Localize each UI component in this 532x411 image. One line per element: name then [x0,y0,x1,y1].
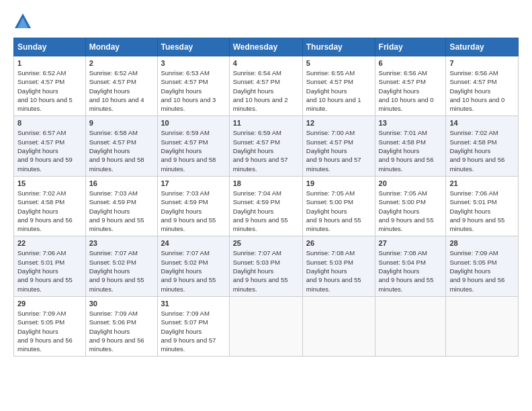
calendar-cell: 26 Sunrise: 7:08 AMSunset: 5:03 PMDaylig… [302,236,375,296]
day-number: 24 [161,239,226,247]
calendar-cell: 23 Sunrise: 7:07 AMSunset: 5:02 PMDaylig… [85,236,157,296]
calendar-cell: 15 Sunrise: 7:02 AMSunset: 4:58 PMDaylig… [14,176,86,236]
cell-content: Sunrise: 7:04 AMSunset: 4:59 PMDaylight … [233,189,288,232]
calendar-cell: 25 Sunrise: 7:07 AMSunset: 5:03 PMDaylig… [229,236,302,296]
day-number: 29 [17,300,82,308]
cell-content: Sunrise: 7:02 AMSunset: 4:58 PMDaylight … [449,129,504,172]
cell-content: Sunrise: 6:56 AMSunset: 4:57 PMDaylight … [379,69,434,112]
cell-content: Sunrise: 7:09 AMSunset: 5:05 PMDaylight … [449,249,504,292]
header [13,12,519,31]
calendar-cell: 4 Sunrise: 6:54 AMSunset: 4:57 PMDayligh… [229,56,302,116]
calendar-cell: 24 Sunrise: 7:07 AMSunset: 5:02 PMDaylig… [157,236,229,296]
day-number: 15 [17,179,82,187]
logo [13,12,35,31]
day-number: 2 [89,59,154,67]
cell-content: Sunrise: 6:57 AMSunset: 4:57 PMDaylight … [17,129,73,172]
cell-content: Sunrise: 6:59 AMSunset: 4:57 PMDaylight … [161,129,216,172]
day-number: 8 [17,119,82,127]
calendar-table: SundayMondayTuesdayWednesdayThursdayFrid… [13,38,519,357]
day-number: 19 [306,179,371,187]
calendar-cell: 29 Sunrise: 7:09 AMSunset: 5:05 PMDaylig… [14,296,86,356]
day-number: 5 [306,59,371,67]
day-number: 16 [89,179,154,187]
cell-content: Sunrise: 7:02 AMSunset: 4:58 PMDaylight … [17,189,73,232]
calendar-week-row: 15 Sunrise: 7:02 AMSunset: 4:58 PMDaylig… [14,176,519,236]
day-number: 11 [233,119,299,127]
calendar-day-header: Sunday [14,38,86,56]
day-number: 1 [17,59,82,67]
calendar-cell: 30 Sunrise: 7:09 AMSunset: 5:06 PMDaylig… [85,296,157,356]
cell-content: Sunrise: 6:52 AMSunset: 4:57 PMDaylight … [89,69,144,112]
cell-content: Sunrise: 7:05 AMSunset: 5:00 PMDaylight … [379,189,434,232]
cell-content: Sunrise: 7:09 AMSunset: 5:07 PMDaylight … [161,310,216,353]
calendar-cell: 8 Sunrise: 6:57 AMSunset: 4:57 PMDayligh… [14,116,86,176]
calendar-day-header: Friday [375,38,446,56]
day-number: 3 [161,59,226,67]
day-number: 17 [161,179,226,187]
day-number: 22 [17,239,82,247]
calendar-week-row: 22 Sunrise: 7:06 AMSunset: 5:01 PMDaylig… [14,236,519,296]
day-number: 9 [89,119,154,127]
calendar-cell [375,296,446,356]
calendar-day-header: Monday [85,38,157,56]
calendar-cell: 5 Sunrise: 6:55 AMSunset: 4:57 PMDayligh… [302,56,375,116]
cell-content: Sunrise: 7:08 AMSunset: 5:04 PMDaylight … [379,249,434,292]
cell-content: Sunrise: 7:09 AMSunset: 5:05 PMDaylight … [17,310,73,353]
calendar-day-header: Thursday [302,38,375,56]
day-number: 21 [449,179,515,187]
day-number: 7 [449,59,515,67]
cell-content: Sunrise: 7:07 AMSunset: 5:02 PMDaylight … [161,249,216,292]
day-number: 20 [379,179,443,187]
calendar-header-row: SundayMondayTuesdayWednesdayThursdayFrid… [14,38,519,56]
day-number: 12 [306,119,371,127]
cell-content: Sunrise: 7:07 AMSunset: 5:03 PMDaylight … [233,249,288,292]
day-number: 25 [233,239,299,247]
calendar-cell: 3 Sunrise: 6:53 AMSunset: 4:57 PMDayligh… [157,56,229,116]
calendar-cell [229,296,302,356]
cell-content: Sunrise: 7:07 AMSunset: 5:02 PMDaylight … [89,249,144,292]
cell-content: Sunrise: 7:03 AMSunset: 4:59 PMDaylight … [161,189,216,232]
cell-content: Sunrise: 7:01 AMSunset: 4:58 PMDaylight … [379,129,434,172]
calendar-cell: 10 Sunrise: 6:59 AMSunset: 4:57 PMDaylig… [157,116,229,176]
day-number: 31 [161,300,226,308]
calendar-cell: 12 Sunrise: 7:00 AMSunset: 4:57 PMDaylig… [302,116,375,176]
calendar-week-row: 1 Sunrise: 6:52 AMSunset: 4:57 PMDayligh… [14,56,519,116]
day-number: 28 [449,239,515,247]
cell-content: Sunrise: 6:52 AMSunset: 4:57 PMDaylight … [17,69,73,112]
cell-content: Sunrise: 6:54 AMSunset: 4:57 PMDaylight … [233,69,288,112]
cell-content: Sunrise: 6:56 AMSunset: 4:57 PMDaylight … [449,69,504,112]
cell-content: Sunrise: 7:09 AMSunset: 5:06 PMDaylight … [89,310,144,353]
calendar-cell: 16 Sunrise: 7:03 AMSunset: 4:59 PMDaylig… [85,176,157,236]
calendar-cell: 19 Sunrise: 7:05 AMSunset: 5:00 PMDaylig… [302,176,375,236]
calendar-week-row: 8 Sunrise: 6:57 AMSunset: 4:57 PMDayligh… [14,116,519,176]
calendar-cell: 7 Sunrise: 6:56 AMSunset: 4:57 PMDayligh… [446,56,519,116]
calendar-cell: 14 Sunrise: 7:02 AMSunset: 4:58 PMDaylig… [446,116,519,176]
calendar-cell: 9 Sunrise: 6:58 AMSunset: 4:57 PMDayligh… [85,116,157,176]
cell-content: Sunrise: 6:55 AMSunset: 4:57 PMDaylight … [306,69,361,112]
calendar-cell: 6 Sunrise: 6:56 AMSunset: 4:57 PMDayligh… [375,56,446,116]
calendar-cell: 2 Sunrise: 6:52 AMSunset: 4:57 PMDayligh… [85,56,157,116]
calendar-cell: 22 Sunrise: 7:06 AMSunset: 5:01 PMDaylig… [14,236,86,296]
day-number: 30 [89,300,154,308]
day-number: 10 [161,119,226,127]
day-number: 14 [449,119,515,127]
page: SundayMondayTuesdayWednesdayThursdayFrid… [0,0,532,411]
day-number: 13 [379,119,443,127]
calendar-cell: 31 Sunrise: 7:09 AMSunset: 5:07 PMDaylig… [157,296,229,356]
cell-content: Sunrise: 6:53 AMSunset: 4:57 PMDaylight … [161,69,216,112]
calendar-day-header: Tuesday [157,38,229,56]
cell-content: Sunrise: 6:59 AMSunset: 4:57 PMDaylight … [233,129,288,172]
day-number: 18 [233,179,299,187]
cell-content: Sunrise: 7:05 AMSunset: 5:00 PMDaylight … [306,189,361,232]
calendar-cell: 17 Sunrise: 7:03 AMSunset: 4:59 PMDaylig… [157,176,229,236]
calendar-day-header: Wednesday [229,38,302,56]
calendar-cell [446,296,519,356]
cell-content: Sunrise: 7:06 AMSunset: 5:01 PMDaylight … [17,249,73,292]
calendar-cell: 28 Sunrise: 7:09 AMSunset: 5:05 PMDaylig… [446,236,519,296]
day-number: 23 [89,239,154,247]
calendar-cell: 27 Sunrise: 7:08 AMSunset: 5:04 PMDaylig… [375,236,446,296]
calendar-cell: 1 Sunrise: 6:52 AMSunset: 4:57 PMDayligh… [14,56,86,116]
day-number: 27 [379,239,443,247]
calendar-cell: 18 Sunrise: 7:04 AMSunset: 4:59 PMDaylig… [229,176,302,236]
cell-content: Sunrise: 7:00 AMSunset: 4:57 PMDaylight … [306,129,361,172]
